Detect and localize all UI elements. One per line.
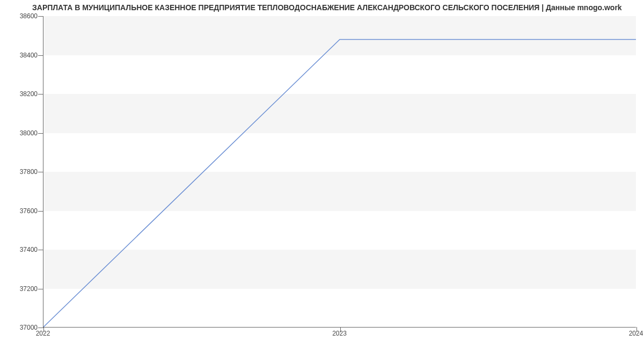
data-line <box>43 16 636 327</box>
plot-area <box>43 16 636 328</box>
y-tick-label: 38400 <box>5 52 38 59</box>
y-tick <box>38 289 43 289</box>
y-tick <box>38 250 43 250</box>
chart-container: ЗАРПЛАТА В МУНИЦИПАЛЬНОЕ КАЗЕННОЕ ПРЕДПР… <box>0 0 644 349</box>
y-tick-label: 37600 <box>5 207 38 215</box>
y-tick-label: 37800 <box>5 168 38 176</box>
y-tick-label: 38000 <box>5 129 38 137</box>
y-tick-label: 38600 <box>5 12 38 20</box>
y-tick-label: 37200 <box>5 285 38 293</box>
y-tick-label: 38200 <box>5 90 38 98</box>
y-tick-label: 37000 <box>5 324 38 331</box>
y-tick <box>38 328 43 328</box>
y-tick <box>38 94 43 94</box>
y-tick-label: 37400 <box>5 246 38 253</box>
y-tick <box>38 172 43 172</box>
y-tick <box>38 211 43 212</box>
chart-title: ЗАРПЛАТА В МУНИЦИПАЛЬНОЕ КАЗЕННОЕ ПРЕДПР… <box>32 3 622 12</box>
x-tick-label: 2024 <box>629 330 643 337</box>
y-tick <box>38 133 43 134</box>
x-tick-label: 2022 <box>36 330 50 337</box>
x-tick-label: 2023 <box>332 330 347 337</box>
y-tick <box>38 16 43 17</box>
y-tick <box>38 55 43 56</box>
